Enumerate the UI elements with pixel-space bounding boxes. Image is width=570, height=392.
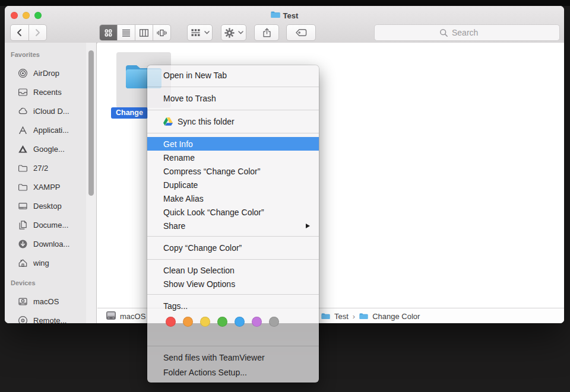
path-item-label: Change Color [372, 312, 420, 321]
path-bar: Test›Change Color [321, 308, 420, 324]
tag-color-dot[interactable] [235, 317, 245, 327]
menu-item-sync-this-folder[interactable]: Sync this folder [147, 114, 319, 129]
sidebar-item-docume[interactable]: Docume... [5, 215, 96, 234]
menu-group: Clean Up SelectionShow View Options [147, 263, 319, 291]
menu-item-label: Share [163, 221, 185, 231]
sidebar-item-remote[interactable]: Remote... [5, 311, 96, 323]
scrollbar-thumb[interactable] [88, 50, 94, 196]
list-view-button[interactable] [118, 25, 135, 40]
menu-item-label: Copy “Change Color” [163, 243, 242, 253]
chevron-down-icon [238, 31, 243, 34]
sidebar-item-desktop[interactable]: Desktop [5, 196, 96, 215]
menu-item-label: Show View Options [163, 279, 235, 289]
menu-item-folder-actions-setup[interactable]: Folder Actions Setup... [147, 365, 319, 380]
sidebar-item-macos[interactable]: macOS [5, 292, 96, 311]
menu-item-rename[interactable]: Rename [147, 151, 319, 164]
tag-color-dot[interactable] [217, 317, 227, 327]
forward-button[interactable] [29, 25, 47, 40]
tag-color-dot[interactable] [269, 317, 279, 327]
menu-item-label: Quick Look “Change Color” [163, 208, 264, 217]
sidebar-item-downloa[interactable]: Downloa... [5, 234, 96, 253]
sidebar-item-xampp[interactable]: XAMPP [5, 177, 96, 196]
sidebar-item-recents[interactable]: Recents [5, 82, 96, 101]
tag-color-dot[interactable] [166, 317, 176, 327]
documents-icon [17, 220, 28, 230]
tag-color-dot[interactable] [183, 317, 193, 327]
menu-item-label: Rename [163, 153, 195, 162]
action-menu-button[interactable] [221, 24, 246, 41]
menu-item-make-alias[interactable]: Make Alias [147, 192, 319, 205]
hdd-icon [17, 297, 28, 307]
menu-separator [147, 110, 319, 110]
menu-item-label: Open in New Tab [163, 71, 227, 80]
path-item-test[interactable]: Test [321, 312, 349, 321]
search-input[interactable] [374, 24, 560, 41]
sidebar-item-label: Recents [33, 88, 62, 97]
menu-group: Copy “Change Color” [147, 240, 319, 256]
tag-color-dot[interactable] [200, 317, 210, 327]
column-view-button[interactable] [135, 25, 153, 40]
path-item-change-color[interactable]: Change Color [359, 312, 420, 321]
menu-group: Move to Trash [147, 91, 319, 106]
menu-item-label: Make Alias [163, 194, 204, 203]
cloud-icon [17, 106, 28, 116]
path-separator: › [353, 312, 355, 321]
sidebar-item-label: Downloa... [33, 240, 69, 248]
folder-icon [359, 313, 368, 320]
tag-icon [295, 28, 308, 37]
sidebar-item-27-2[interactable]: 27/2 [5, 158, 96, 177]
sidebar-item-icloud-d[interactable]: iCloud D... [5, 101, 96, 120]
file-label[interactable]: Change [111, 107, 148, 119]
menu-item-copy-change-color[interactable]: Copy “Change Color” [147, 240, 319, 256]
menu-group: Get InfoRenameCompress “Change Color”Dup… [147, 137, 319, 232]
coverflow-view-button[interactable] [153, 25, 170, 40]
menu-separator [147, 294, 319, 295]
menu-separator [147, 133, 319, 133]
sidebar-item-label: 27/2 [33, 164, 48, 173]
sidebar-item-applicati[interactable]: Applicati... [5, 120, 96, 139]
menu-item-compress-change-color[interactable]: Compress “Change Color” [147, 164, 319, 178]
sidebar-item-google[interactable]: Google... [5, 139, 96, 158]
back-button[interactable] [11, 25, 29, 40]
tag-color-row [147, 313, 319, 342]
sidebar-item-airdrop[interactable]: AirDrop [5, 63, 96, 82]
recents-icon [17, 87, 28, 97]
menu-item-show-view-options[interactable]: Show View Options [147, 277, 319, 291]
group-by-button[interactable] [187, 24, 213, 41]
menu-item-get-info[interactable]: Get Info [147, 137, 319, 151]
menu-item-send-files-with-teamviewer[interactable]: Send files with TeamViewer [147, 350, 319, 365]
share-button[interactable] [254, 24, 279, 41]
gear-icon [224, 28, 235, 38]
hard-drive-icon [106, 311, 116, 321]
menu-item-label: Clean Up Selection [163, 266, 235, 275]
icon-view-button[interactable] [100, 25, 118, 40]
applications-icon [17, 125, 28, 135]
search-text-field[interactable] [452, 28, 495, 37]
desktop-icon [17, 201, 28, 211]
desktop-background [0, 0, 570, 6]
menu-item-clean-up-selection[interactable]: Clean Up Selection [147, 263, 319, 277]
titlebar: Test [5, 6, 564, 43]
tag-color-dot[interactable] [252, 317, 262, 327]
menu-item-tags[interactable]: Tags... [147, 298, 319, 313]
menu-item-label: Move to Trash [163, 94, 216, 103]
sidebar-section-header-favorites: Favorites [11, 51, 96, 59]
airdrop-icon [17, 68, 28, 78]
window-title: Test [5, 11, 564, 20]
tag-button[interactable] [286, 24, 316, 41]
menu-item-move-to-trash[interactable]: Move to Trash [147, 91, 319, 106]
menu-item-share[interactable]: Share [147, 219, 319, 232]
sidebar-item-label: Remote... [33, 316, 66, 324]
status-device-label: macOS [120, 312, 145, 321]
sidebar-section-header-devices: Devices [11, 279, 96, 287]
sidebar-item-label: iCloud D... [33, 107, 69, 116]
sidebar-item-wing[interactable]: wing [5, 253, 96, 272]
menu-item-open-in-new-tab[interactable]: Open in New Tab [147, 68, 319, 83]
status-device[interactable]: macOS [106, 308, 145, 324]
home-icon [17, 258, 28, 268]
view-switcher [99, 24, 171, 41]
menu-item-duplicate[interactable]: Duplicate [147, 178, 319, 192]
sidebar-item-label: Applicati... [33, 126, 69, 135]
menu-group: Sync this folder [147, 114, 319, 129]
menu-item-quick-look-change-color[interactable]: Quick Look “Change Color” [147, 205, 319, 219]
